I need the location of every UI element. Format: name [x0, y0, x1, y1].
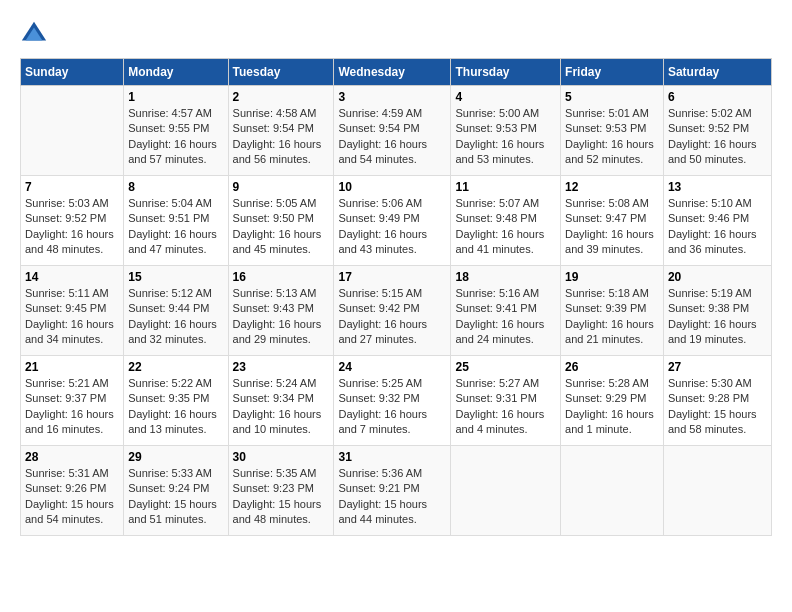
page-header: [20, 20, 772, 48]
day-number: 25: [455, 360, 556, 374]
calendar-cell: 14Sunrise: 5:11 AMSunset: 9:45 PMDayligh…: [21, 266, 124, 356]
day-info: Sunrise: 5:33 AMSunset: 9:24 PMDaylight:…: [128, 466, 223, 528]
day-number: 20: [668, 270, 767, 284]
day-number: 19: [565, 270, 659, 284]
calendar-cell: 18Sunrise: 5:16 AMSunset: 9:41 PMDayligh…: [451, 266, 561, 356]
week-row-3: 14Sunrise: 5:11 AMSunset: 9:45 PMDayligh…: [21, 266, 772, 356]
weekday-header-monday: Monday: [124, 59, 228, 86]
calendar-cell: [561, 446, 664, 536]
weekday-header-sunday: Sunday: [21, 59, 124, 86]
day-number: 30: [233, 450, 330, 464]
calendar-cell: [21, 86, 124, 176]
day-info: Sunrise: 5:02 AMSunset: 9:52 PMDaylight:…: [668, 106, 767, 168]
calendar-cell: 5Sunrise: 5:01 AMSunset: 9:53 PMDaylight…: [561, 86, 664, 176]
day-info: Sunrise: 5:16 AMSunset: 9:41 PMDaylight:…: [455, 286, 556, 348]
day-number: 27: [668, 360, 767, 374]
weekday-header-friday: Friday: [561, 59, 664, 86]
day-number: 12: [565, 180, 659, 194]
calendar-cell: 13Sunrise: 5:10 AMSunset: 9:46 PMDayligh…: [663, 176, 771, 266]
day-info: Sunrise: 5:06 AMSunset: 9:49 PMDaylight:…: [338, 196, 446, 258]
day-info: Sunrise: 5:13 AMSunset: 9:43 PMDaylight:…: [233, 286, 330, 348]
calendar-cell: 27Sunrise: 5:30 AMSunset: 9:28 PMDayligh…: [663, 356, 771, 446]
calendar-cell: 26Sunrise: 5:28 AMSunset: 9:29 PMDayligh…: [561, 356, 664, 446]
day-number: 10: [338, 180, 446, 194]
day-info: Sunrise: 5:36 AMSunset: 9:21 PMDaylight:…: [338, 466, 446, 528]
week-row-2: 7Sunrise: 5:03 AMSunset: 9:52 PMDaylight…: [21, 176, 772, 266]
day-info: Sunrise: 5:10 AMSunset: 9:46 PMDaylight:…: [668, 196, 767, 258]
calendar-cell: 28Sunrise: 5:31 AMSunset: 9:26 PMDayligh…: [21, 446, 124, 536]
day-number: 15: [128, 270, 223, 284]
calendar-cell: 7Sunrise: 5:03 AMSunset: 9:52 PMDaylight…: [21, 176, 124, 266]
weekday-header-saturday: Saturday: [663, 59, 771, 86]
calendar-cell: 8Sunrise: 5:04 AMSunset: 9:51 PMDaylight…: [124, 176, 228, 266]
calendar-cell: 11Sunrise: 5:07 AMSunset: 9:48 PMDayligh…: [451, 176, 561, 266]
day-info: Sunrise: 5:25 AMSunset: 9:32 PMDaylight:…: [338, 376, 446, 438]
day-number: 23: [233, 360, 330, 374]
day-number: 2: [233, 90, 330, 104]
day-info: Sunrise: 5:30 AMSunset: 9:28 PMDaylight:…: [668, 376, 767, 438]
day-number: 18: [455, 270, 556, 284]
calendar-cell: 20Sunrise: 5:19 AMSunset: 9:38 PMDayligh…: [663, 266, 771, 356]
day-number: 14: [25, 270, 119, 284]
day-number: 31: [338, 450, 446, 464]
weekday-header-thursday: Thursday: [451, 59, 561, 86]
day-number: 1: [128, 90, 223, 104]
day-info: Sunrise: 5:28 AMSunset: 9:29 PMDaylight:…: [565, 376, 659, 438]
calendar-cell: 2Sunrise: 4:58 AMSunset: 9:54 PMDaylight…: [228, 86, 334, 176]
logo: [20, 20, 52, 48]
day-number: 26: [565, 360, 659, 374]
day-number: 21: [25, 360, 119, 374]
weekday-header-wednesday: Wednesday: [334, 59, 451, 86]
day-number: 6: [668, 90, 767, 104]
day-info: Sunrise: 5:03 AMSunset: 9:52 PMDaylight:…: [25, 196, 119, 258]
day-number: 5: [565, 90, 659, 104]
day-info: Sunrise: 5:31 AMSunset: 9:26 PMDaylight:…: [25, 466, 119, 528]
calendar-cell: 6Sunrise: 5:02 AMSunset: 9:52 PMDaylight…: [663, 86, 771, 176]
day-number: 8: [128, 180, 223, 194]
day-number: 13: [668, 180, 767, 194]
day-number: 11: [455, 180, 556, 194]
day-info: Sunrise: 5:35 AMSunset: 9:23 PMDaylight:…: [233, 466, 330, 528]
day-info: Sunrise: 5:00 AMSunset: 9:53 PMDaylight:…: [455, 106, 556, 168]
week-row-1: 1Sunrise: 4:57 AMSunset: 9:55 PMDaylight…: [21, 86, 772, 176]
calendar-cell: 3Sunrise: 4:59 AMSunset: 9:54 PMDaylight…: [334, 86, 451, 176]
day-info: Sunrise: 5:11 AMSunset: 9:45 PMDaylight:…: [25, 286, 119, 348]
day-number: 28: [25, 450, 119, 464]
calendar-cell: [663, 446, 771, 536]
calendar-cell: 15Sunrise: 5:12 AMSunset: 9:44 PMDayligh…: [124, 266, 228, 356]
day-number: 3: [338, 90, 446, 104]
calendar-table: SundayMondayTuesdayWednesdayThursdayFrid…: [20, 58, 772, 536]
week-row-4: 21Sunrise: 5:21 AMSunset: 9:37 PMDayligh…: [21, 356, 772, 446]
calendar-cell: 24Sunrise: 5:25 AMSunset: 9:32 PMDayligh…: [334, 356, 451, 446]
day-number: 16: [233, 270, 330, 284]
day-info: Sunrise: 4:57 AMSunset: 9:55 PMDaylight:…: [128, 106, 223, 168]
day-info: Sunrise: 5:19 AMSunset: 9:38 PMDaylight:…: [668, 286, 767, 348]
calendar-cell: 1Sunrise: 4:57 AMSunset: 9:55 PMDaylight…: [124, 86, 228, 176]
day-number: 9: [233, 180, 330, 194]
day-info: Sunrise: 5:18 AMSunset: 9:39 PMDaylight:…: [565, 286, 659, 348]
calendar-cell: 10Sunrise: 5:06 AMSunset: 9:49 PMDayligh…: [334, 176, 451, 266]
day-info: Sunrise: 4:59 AMSunset: 9:54 PMDaylight:…: [338, 106, 446, 168]
calendar-cell: 12Sunrise: 5:08 AMSunset: 9:47 PMDayligh…: [561, 176, 664, 266]
logo-icon: [20, 20, 48, 48]
day-number: 29: [128, 450, 223, 464]
calendar-cell: 22Sunrise: 5:22 AMSunset: 9:35 PMDayligh…: [124, 356, 228, 446]
day-info: Sunrise: 5:07 AMSunset: 9:48 PMDaylight:…: [455, 196, 556, 258]
day-number: 4: [455, 90, 556, 104]
calendar-cell: 16Sunrise: 5:13 AMSunset: 9:43 PMDayligh…: [228, 266, 334, 356]
calendar-cell: 25Sunrise: 5:27 AMSunset: 9:31 PMDayligh…: [451, 356, 561, 446]
day-number: 22: [128, 360, 223, 374]
day-info: Sunrise: 5:12 AMSunset: 9:44 PMDaylight:…: [128, 286, 223, 348]
weekday-header-tuesday: Tuesday: [228, 59, 334, 86]
day-info: Sunrise: 5:21 AMSunset: 9:37 PMDaylight:…: [25, 376, 119, 438]
day-info: Sunrise: 5:15 AMSunset: 9:42 PMDaylight:…: [338, 286, 446, 348]
day-number: 24: [338, 360, 446, 374]
calendar-cell: 30Sunrise: 5:35 AMSunset: 9:23 PMDayligh…: [228, 446, 334, 536]
day-number: 17: [338, 270, 446, 284]
day-info: Sunrise: 4:58 AMSunset: 9:54 PMDaylight:…: [233, 106, 330, 168]
calendar-cell: 29Sunrise: 5:33 AMSunset: 9:24 PMDayligh…: [124, 446, 228, 536]
day-info: Sunrise: 5:04 AMSunset: 9:51 PMDaylight:…: [128, 196, 223, 258]
day-info: Sunrise: 5:27 AMSunset: 9:31 PMDaylight:…: [455, 376, 556, 438]
day-info: Sunrise: 5:08 AMSunset: 9:47 PMDaylight:…: [565, 196, 659, 258]
calendar-cell: 9Sunrise: 5:05 AMSunset: 9:50 PMDaylight…: [228, 176, 334, 266]
